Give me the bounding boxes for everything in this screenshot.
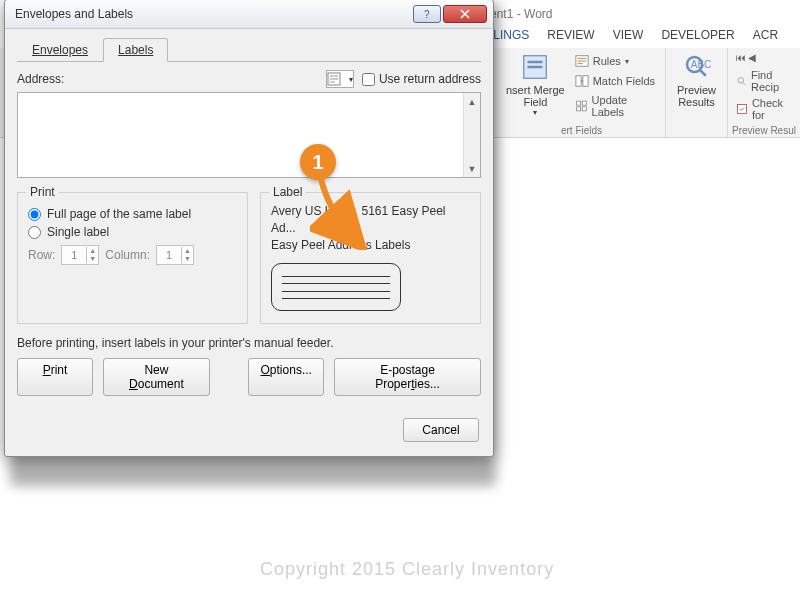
address-book-button[interactable]: ▾ [326,70,354,88]
print-fieldset: Print Full page of the same label Full p… [17,192,248,324]
prev-record-icon[interactable]: ◀ [748,52,756,63]
update-labels-button[interactable]: Update Labels [575,92,657,120]
address-scrollbar[interactable]: ▲ ▼ [463,93,480,177]
insert-merge-field-button[interactable]: nsert Merge Field ▾ [506,52,565,120]
dialog-tabs: Envelopes Labels [17,37,481,62]
ribbon-group-preview-nav: ⏮ ◀ Find Recip Check for Preview Resul [728,48,800,138]
svg-point-12 [738,78,743,83]
column-input [157,249,181,261]
print-button[interactable]: Print [17,358,93,396]
svg-text:ABC: ABC [690,59,711,70]
new-document-button[interactable]: New Document [103,358,210,396]
label-vendor-text: Avery US Letter, 5161 Easy Peel Ad... [271,203,470,237]
annotation-badge-1: 1 [300,144,336,180]
label-product-text: Easy Peel Address Labels [271,237,470,254]
preview-results-button[interactable]: ABC Preview Results [674,52,719,108]
match-fields-button[interactable]: Match Fields [575,72,657,90]
row-spinner: ▲▼ [61,245,99,265]
ribbon-group-fields: nsert Merge Field ▾ Rules ▾ Match Fields… [498,48,666,138]
label-fieldset[interactable]: Label Avery US Letter, 5161 Easy Peel Ad… [260,192,481,324]
watermark: Copyright 2015 Clearly Inventory [260,559,554,580]
svg-rect-7 [582,101,586,105]
check-errors-button[interactable]: Check for [736,95,792,123]
column-spinner: ▲▼ [156,245,194,265]
address-textarea[interactable]: ▲ ▼ [17,92,481,178]
tab-review[interactable]: REVIEW [547,28,594,42]
cancel-button[interactable]: Cancel [403,418,479,442]
tab-envelopes[interactable]: Envelopes [17,38,103,62]
single-label-radio[interactable]: Single label [28,225,237,239]
dialog-titlebar: Envelopes and Labels ? [5,0,493,29]
svg-rect-5 [583,76,588,87]
svg-rect-9 [582,107,586,111]
svg-rect-4 [576,76,581,87]
feeder-note: Before printing, insert labels in your p… [17,336,481,350]
tab-developer[interactable]: DEVELOPER [661,28,734,42]
svg-rect-8 [576,107,580,111]
col-up-icon: ▲ [182,247,193,255]
epostage-button[interactable]: E-postage Properties... [334,358,481,396]
tab-acrobat[interactable]: ACR [753,28,778,42]
row-down-icon: ▼ [87,255,98,263]
options-button[interactable]: Options... [248,358,325,396]
col-down-icon: ▼ [182,255,193,263]
help-button[interactable]: ? [413,5,441,23]
label-preview-graphic [271,263,401,311]
svg-rect-1 [528,61,543,64]
row-label: Row: [28,248,55,262]
group-label-fields: ert Fields [498,125,665,136]
scroll-up-icon[interactable]: ▲ [464,93,480,110]
scroll-down-icon[interactable]: ▼ [464,160,480,177]
column-label: Column: [105,248,150,262]
rules-button[interactable]: Rules ▾ [575,52,657,70]
svg-text:?: ? [424,9,430,20]
svg-rect-13 [737,105,746,114]
dialog-title: Envelopes and Labels [15,7,411,21]
use-return-checkbox-input[interactable] [362,73,375,86]
svg-rect-2 [528,66,543,69]
full-page-radio[interactable]: Full page of the same label [28,207,237,221]
find-recipient-button[interactable]: Find Recip [736,67,792,95]
address-label: AAddress:ddress: [17,72,64,86]
ribbon-group-preview: ABC Preview Results [666,48,728,138]
envelopes-labels-dialog: Envelopes and Labels ? Envelopes Labels … [4,0,494,457]
ribbon-tabs: ILINGS REVIEW VIEW DEVELOPER ACR [490,28,778,42]
use-return-address-checkbox[interactable]: Use return address [362,72,481,86]
group-label-preview: Preview Resul [728,125,800,136]
first-record-icon[interactable]: ⏮ [736,52,746,63]
svg-rect-6 [576,101,580,105]
row-input [62,249,86,261]
close-button[interactable] [443,5,487,23]
label-legend: Label [269,185,306,199]
row-up-icon: ▲ [87,247,98,255]
tab-view[interactable]: VIEW [613,28,644,42]
tab-labels[interactable]: Labels [103,38,168,62]
print-legend: Print [26,185,59,199]
